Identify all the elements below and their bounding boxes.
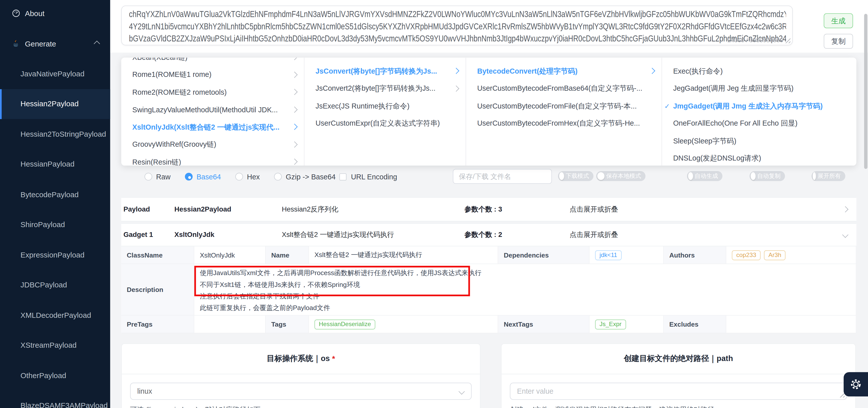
url-encoding-checkbox[interactable]: URL Encoding [339, 168, 397, 185]
radio-raw[interactable]: Raw [145, 173, 170, 181]
chevron-right-icon [291, 141, 298, 147]
settings-button[interactable] [844, 372, 868, 397]
cascader-option-exec[interactable]: Exec(执行命令) [662, 63, 857, 80]
sidebar-item-about[interactable]: About [0, 5, 110, 21]
cascader-option-xbean[interactable]: XBean(XBean链) [121, 58, 304, 66]
sidebar-generate-label: Generate [25, 40, 56, 48]
gear-icon [850, 378, 862, 390]
cascader-option-sleep[interactable]: Sleep(Sleep字节码) [662, 133, 857, 150]
java-icon [11, 39, 20, 48]
generate-button[interactable]: 生成 [824, 13, 853, 28]
radio-dot [185, 173, 193, 181]
cascader-option-usercustombytecodefromfile[interactable]: UserCustomBytecodeFromFile(自定义字节码-本... [466, 97, 661, 115]
classname-header: ClassName [121, 246, 194, 264]
tags-header: Tags [266, 316, 309, 333]
cascader-column-3: BytecodeConvert(处理字节码) UserCustomBytecod… [466, 58, 662, 166]
cascader-option-resin[interactable]: Resin(Resin链) [121, 153, 304, 166]
chevron-right-icon [291, 124, 298, 130]
authors-header: Authors [664, 246, 726, 264]
sidebar-item-hessian2payload[interactable]: Hessian2Payload [0, 89, 110, 119]
description-line: 注意执行后会在指定目录下残留两个文件 [200, 291, 850, 302]
radio-hex[interactable]: Hex [235, 173, 260, 181]
payload-row[interactable]: Payload Hessian2Payload Hessian2反序列化 参数个… [121, 197, 857, 222]
sidebar-item-jdbcpayload[interactable]: JDBCPayload [0, 270, 110, 300]
path-help-text: 创建xml文件，测试发现使用相对路径存在问题，建议使用绝对路径 [510, 405, 714, 408]
sidebar-item-generate[interactable]: Generate [0, 36, 110, 52]
gadget-row[interactable]: Gadget 1 XsltOnlyJdk Xslt整合链2 一键通过js实现代码… [121, 223, 857, 246]
sidebar-item-expressionpayload[interactable]: ExpressionPayload [0, 240, 110, 270]
cascader-option-oneforallecho[interactable]: OneForAllEcho(One For All Echo 回显) [662, 115, 857, 132]
main-content: chRqYXZhLnV0aWwuTGlua2VkTGlzdEhNFmphdmF4… [110, 0, 868, 408]
author-tag: cop233 [732, 250, 761, 260]
excludes-value [726, 316, 857, 333]
description-line: 使用JavaUtils写xml文件，之后再调用Process函数解析进行任意代码… [200, 268, 850, 279]
chevron-right-icon [291, 58, 298, 60]
dependencies-value: jdk<11 [589, 246, 663, 264]
name-header: Name [266, 246, 309, 264]
excludes-header: Excludes [664, 316, 726, 333]
sidebar-item-xmldecoderpayload[interactable]: XMLDecoderPayload [0, 300, 110, 330]
cascader-column-4: Exec(执行命令) JegGadget(调用 Jeg 生成回显字节码) ✓Jm… [662, 58, 857, 166]
base64-line: 4Y29tLnN1bi5vcmcuYXBhY2hlLnhtbC5pbnRlcm5… [129, 21, 655, 33]
sidebar: About Generate JavaNativePayload Hessian… [0, 0, 110, 408]
cascader-option-rome2[interactable]: Rome2(ROME链2 rometools) [121, 84, 304, 101]
toggle-auto-copy[interactable]: 自动复制 [749, 171, 785, 181]
cascader-option-jsexec[interactable]: JsExec(JS Runtime执行命令) [304, 97, 465, 115]
cascader-option-jmggadget[interactable]: ✓JmgGadget(调用 Jmg 生成注入内存马字节码) [662, 97, 857, 115]
sidebar-item-shiropayload[interactable]: ShiroPayload [0, 209, 110, 240]
cascader-option-groovywithref[interactable]: GroovyWithRef(Groovy链) [121, 136, 304, 153]
description-header: Description [121, 264, 194, 316]
nexttags-value: Js_Expr [589, 316, 663, 333]
pretags-value [194, 316, 266, 333]
sidebar-item-javanativepayload[interactable]: JavaNativePayload [0, 59, 110, 89]
radio-dot [274, 173, 282, 181]
cascader-option-usercustomexpr[interactable]: UserCustomExpr(自定义表达式字符串) [304, 115, 465, 132]
toggle-auto-generate[interactable]: 自动生成 [687, 171, 722, 181]
os-select[interactable]: linux [130, 383, 472, 400]
sidebar-item-blazedsamf3ampayload[interactable]: BlazeDSAMF3AMPayload [0, 391, 110, 408]
toggle-expand-all[interactable]: 展开所有 [811, 171, 845, 181]
cascader-column-2: JsConvert(将byte[]字节码转换为Js... JsConvert2(… [304, 58, 466, 166]
cascader-option-jeggadget[interactable]: JegGadget(调用 Jeg 生成回显字节码) [662, 80, 857, 97]
os-form-title: 目标操作系统｜os * [122, 344, 480, 374]
cascader-option-jsconvert[interactable]: JsConvert(将byte[]字节码转换为Js... [304, 63, 465, 80]
toggle-save-local-mode[interactable]: 保存本地模式 [596, 171, 646, 181]
sidebar-item-bytecodepayload[interactable]: BytecodePayload [0, 179, 110, 209]
cascader-option-bytecodeconvert[interactable]: BytecodeConvert(处理字节码) [466, 63, 661, 80]
path-form-card: 创建目标文件的绝对路径｜path Enter value 创建xml文件，测试发… [501, 344, 856, 408]
gadget-detail-table: ClassName XsltOnlyJdk Name Xslt整合链2 一键通过… [121, 246, 857, 333]
sidebar-about-label: About [25, 9, 44, 17]
sidebar-item-hessian2tostringpayload[interactable]: Hessian2ToStringPayload [0, 119, 110, 149]
cascader-option-rome1[interactable]: Rome1(ROME链1 rome) [121, 66, 304, 83]
required-asterisk: * [332, 354, 335, 363]
description-value: 使用JavaUtils写xml文件，之后再调用Process函数解析进行任意代码… [194, 264, 857, 316]
cascader-option-jsconvert2[interactable]: JsConvert2(将byte[]字节码转换为Js... [304, 80, 465, 97]
dependencies-header: Dependencies [498, 246, 590, 264]
description-line: 此链可重复执行，会覆盖之前的Payload文件 [200, 302, 850, 314]
sidebar-item-hessianpayload[interactable]: HessianPayload [0, 149, 110, 179]
description-line: 不同于Xslt1链，本链使用Js来执行，不依赖Spring环境 [200, 279, 850, 291]
authors-value: cop233 Ar3h [726, 246, 857, 264]
gadget-cascader-panel: XBean(XBean链) Rome1(ROME链1 rome) Rome2(R… [121, 58, 857, 166]
dependency-tag: jdk<11 [595, 250, 622, 260]
toggle-download-mode[interactable]: 下载模式 [558, 171, 593, 181]
os-help-text: 可选 (linux、windows)，默认对应路径如下: [130, 405, 262, 408]
cascader-option-dnslog[interactable]: DNSLog(发起DNSLog请求) [662, 150, 857, 166]
tag-hessiandeserialize: HessianDeserialize [314, 319, 375, 329]
sidebar-item-otherpayload[interactable]: OtherPayload [0, 360, 110, 391]
cascader-option-xsltonlyjdk[interactable]: XsltOnlyJdk(Xslt整合链2 一键通过js实现代... [121, 119, 304, 136]
toggle-knob [688, 172, 693, 180]
radio-base64[interactable]: Base64 [185, 173, 221, 181]
app-window: About Generate JavaNativePayload Hessian… [0, 0, 868, 408]
path-input[interactable]: Enter value [510, 383, 847, 400]
cascader-option-swinglazyvaluemethodutil[interactable]: SwingLazyValueMethodUtil(MethodUtil JDK.… [121, 101, 304, 118]
cascader-option-usercustombytecodefrombase64[interactable]: UserCustomBytecodeFromBase64(自定义字节码-... [466, 80, 661, 97]
vertical-scrollbar-thumb[interactable] [864, 14, 867, 169]
sidebar-item-xstreampayload[interactable]: XStreamPayload [0, 330, 110, 360]
payload-output-textarea[interactable]: chRqYXZhLnV0aWwuTGlua2VkTGlzdEhNFmphdmF4… [121, 5, 793, 46]
chevron-right-icon [291, 71, 298, 78]
cascader-option-usercustombytecodefromhex[interactable]: UserCustomBytecodeFromHex(自定义字节码-He... [466, 115, 661, 132]
radio-gzip-base64[interactable]: Gzip -> Base64 [274, 173, 336, 181]
filename-input[interactable] [453, 169, 552, 184]
copy-button[interactable]: 复制 [824, 34, 853, 49]
